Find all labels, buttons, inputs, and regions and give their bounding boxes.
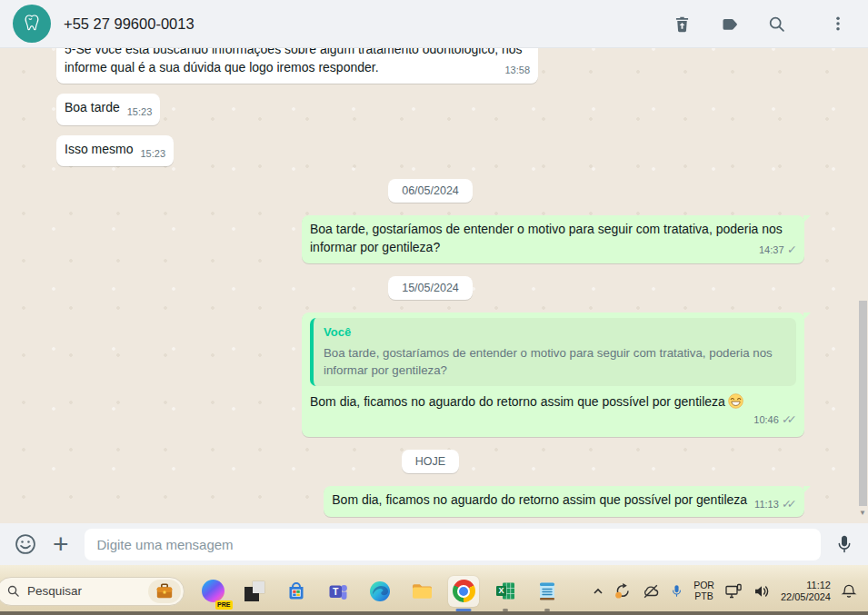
tray-mic-icon[interactable]: [670, 583, 683, 599]
teams-icon: T: [326, 580, 350, 603]
message-meta: 14:37✓: [759, 242, 796, 260]
message-body: Boa tarde, gostaríamos de entender o mot…: [310, 221, 796, 256]
tooth-logo-icon: [19, 11, 45, 36]
search-icon: [6, 584, 20, 598]
message-body: Bom dia, ficamos no aguardo do retorno a…: [310, 393, 796, 412]
sync-icon[interactable]: [614, 582, 632, 600]
message-out[interactable]: Boa tarde, gostaríamos de entender o mot…: [302, 215, 804, 263]
message-time: 13:58: [504, 62, 530, 80]
message-in[interactable]: Boa tarde15:23: [56, 94, 160, 125]
mic-icon[interactable]: [834, 533, 854, 555]
taskbar-app-teams[interactable]: T: [323, 576, 354, 607]
taskbar-app-store[interactable]: [281, 576, 312, 607]
microsoft-store-icon: [284, 580, 308, 603]
language-indicator[interactable]: POR PTB: [693, 580, 714, 601]
search-icon[interactable]: [764, 12, 788, 35]
chevron-up-icon[interactable]: [592, 585, 604, 598]
chat-title: +55 27 99600-0013: [64, 15, 195, 33]
taskbar-app-widgets[interactable]: [239, 576, 270, 607]
notepad-icon: [536, 580, 558, 602]
attach-plus-icon[interactable]: +: [51, 532, 71, 556]
message-time: 11:13: [754, 496, 779, 514]
message-out[interactable]: Bom dia, ficamos no aguardo do retorno a…: [324, 486, 804, 518]
bell-icon[interactable]: [841, 583, 857, 600]
taskbar-apps: PRE: [197, 576, 563, 607]
message-text: 5-Se você está buscando informações sobr…: [65, 48, 523, 74]
taskbar-app-edge[interactable]: [364, 576, 395, 607]
message-time: 15:23: [140, 145, 165, 164]
network-icon[interactable]: [724, 582, 743, 600]
taskbar-system-tray: POR PTB 11:12 22/05/2024: [592, 580, 861, 603]
message-meta: 15:23: [140, 145, 165, 164]
date-separator: 15/05/2024: [388, 276, 473, 300]
clock-date: 22/05/2024: [781, 591, 831, 603]
message-time: 14:37: [759, 242, 784, 260]
scrollbar-thumb[interactable]: [859, 301, 867, 506]
message-status-ticks: ✓✓: [781, 496, 797, 514]
copilot-pre-badge: PRE: [215, 600, 233, 610]
message-body: Isso mesmo15:23: [65, 141, 165, 160]
label-icon[interactable]: [717, 12, 741, 35]
message-text: Boa tarde, gostaríamos de entender o mot…: [310, 222, 783, 254]
copilot-icon: [202, 580, 224, 602]
message-status-ticks: ✓✓: [781, 412, 797, 430]
kebab-menu-icon[interactable]: [826, 12, 850, 35]
whatsapp-chat-window: +55 27 99600-0013: [0, 0, 868, 615]
taskbar-clock[interactable]: 11:12 22/05/2024: [781, 580, 831, 603]
message-meta: 10:46✓✓: [753, 412, 796, 430]
date-separator: 06/05/2024: [388, 179, 473, 203]
message-body: Bom dia, ficamos no aguardo do retorno a…: [332, 491, 796, 511]
trash-icon[interactable]: [670, 12, 693, 35]
message-body: 5-Se você está buscando informações sobr…: [65, 48, 530, 76]
taskbar-app-chrome[interactable]: [448, 576, 479, 607]
quote-text: Boa tarde, gostaríamos de entender o mot…: [324, 344, 786, 379]
quoted-message[interactable]: VocêBoa tarde, gostaríamos de entender o…: [310, 318, 796, 386]
svg-text:T: T: [333, 586, 339, 597]
briefcase-icon[interactable]: [148, 580, 181, 603]
chat-header: +55 27 99600-0013: [0, 0, 868, 48]
message-meta: 13:58: [504, 62, 530, 80]
edge-icon: [368, 580, 392, 603]
message-input[interactable]: [85, 529, 821, 560]
language-line1: POR: [693, 580, 714, 591]
taskbar-app-file-explorer[interactable]: [406, 576, 437, 607]
beaming-face-emoji: [728, 393, 743, 409]
taskbar-app-copilot[interactable]: PRE: [197, 576, 228, 607]
svg-text:X: X: [498, 586, 504, 595]
message-text: Bom dia, ficamos no aguardo do retorno a…: [332, 492, 747, 507]
message-time: 10:46: [753, 412, 779, 430]
widgets-icon: [244, 580, 265, 602]
folder-icon: [410, 579, 434, 603]
clock-time: 11:12: [781, 580, 831, 591]
taskbar-app-excel[interactable]: X: [490, 576, 521, 607]
message-meta: 15:23: [127, 104, 153, 122]
volume-icon[interactable]: [753, 582, 771, 600]
message-body: Boa tarde15:23: [65, 99, 152, 118]
cloud-off-icon[interactable]: [642, 582, 660, 600]
taskbar-search[interactable]: Pesquisar: [0, 577, 185, 606]
windows-taskbar: Pesquisar PRE: [0, 565, 868, 615]
scrollbar-down-arrow[interactable]: ▼: [858, 509, 867, 518]
taskbar-search-label: Pesquisar: [27, 584, 141, 598]
message-text: Isso mesmo: [65, 142, 133, 156]
language-line2: PTB: [693, 591, 714, 602]
date-separator: HOJE: [402, 450, 459, 473]
message-text: Bom dia, ficamos no aguardo do retorno a…: [310, 394, 725, 409]
quote-author: Você: [324, 323, 786, 342]
message-time: 15:23: [127, 104, 153, 122]
message-composer: +: [0, 523, 868, 565]
excel-icon: X: [494, 580, 517, 602]
message-in[interactable]: 5-Se você está buscando informações sobr…: [56, 48, 538, 84]
contact-avatar[interactable]: [13, 5, 51, 43]
message-in[interactable]: Isso mesmo15:23: [56, 135, 174, 167]
message-out[interactable]: VocêBoa tarde, gostaríamos de entender o…: [302, 312, 804, 437]
message-list: ▼ 5-Se você está buscando informações so…: [0, 48, 868, 523]
taskbar-app-notepad[interactable]: [532, 576, 563, 607]
notepad-running-indicator: [544, 609, 550, 611]
message-meta: 11:13✓✓: [754, 496, 796, 514]
excel-running-indicator: [503, 609, 508, 611]
emoji-icon[interactable]: [14, 532, 37, 556]
scrollbar[interactable]: ▼: [856, 48, 868, 523]
message-text: Boa tarde: [65, 100, 120, 114]
message-meta-row: 10:46✓✓: [310, 412, 796, 430]
